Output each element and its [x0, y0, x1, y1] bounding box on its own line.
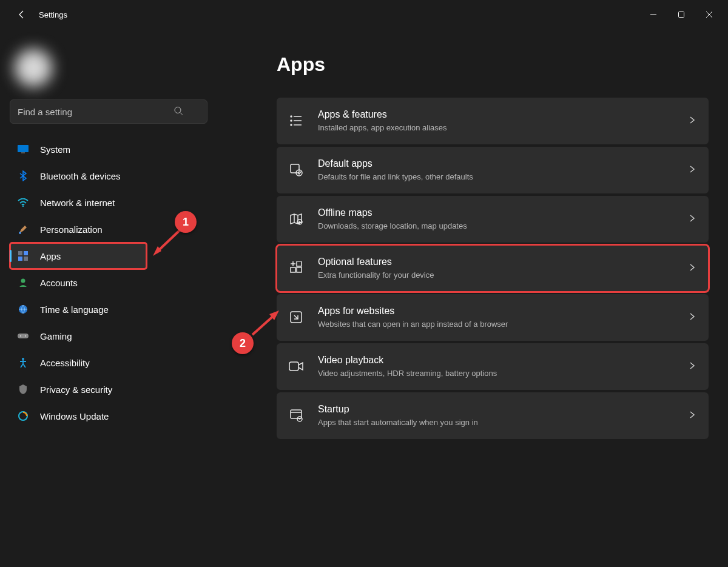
app-title: Settings [39, 10, 67, 19]
sidebar: System Bluetooth & devices Network & int… [0, 29, 218, 567]
card-desc: Video adjustments, HDR streaming, batter… [318, 368, 688, 379]
svg-rect-6 [18, 251, 22, 255]
svg-point-13 [20, 335, 21, 337]
map-icon [289, 212, 303, 226]
sidebar-item-accessibility[interactable]: Accessibility [10, 349, 209, 376]
card-title: Video playback [318, 354, 688, 367]
minimize-button[interactable] [639, 2, 667, 27]
svg-point-15 [22, 358, 24, 360]
card-desc: Apps that start automatically when you s… [318, 417, 688, 428]
card-desc: Websites that can open in an app instead… [318, 319, 688, 330]
list-icon [289, 113, 303, 128]
card-default-apps[interactable]: Default apps Defaults for file and link … [277, 147, 709, 193]
svg-rect-26 [297, 261, 302, 266]
chevron-right-icon [688, 263, 696, 273]
svg-rect-21 [291, 164, 299, 173]
card-title: Startup [318, 403, 688, 416]
startup-icon [289, 408, 303, 423]
chevron-right-icon [688, 411, 696, 421]
card-title: Offline maps [318, 207, 688, 220]
nav-list: System Bluetooth & devices Network & int… [10, 136, 209, 429]
avatar [15, 49, 52, 87]
card-apps-features[interactable]: Apps & features Installed apps, app exec… [277, 98, 709, 144]
card-list: Apps & features Installed apps, app exec… [277, 98, 709, 439]
svg-point-18 [291, 116, 292, 117]
apps-icon [17, 250, 29, 262]
display-icon [17, 143, 29, 155]
content-area: Apps Apps & features Installed apps, app… [218, 29, 728, 567]
user-profile[interactable] [10, 39, 209, 97]
sidebar-item-gaming[interactable]: Gaming [10, 323, 209, 349]
card-optional-features[interactable]: Optional features Extra functionality fo… [277, 245, 709, 292]
svg-rect-3 [21, 152, 25, 153]
svg-point-10 [21, 279, 25, 283]
chevron-right-icon [688, 116, 696, 126]
card-desc: Installed apps, app execution aliases [318, 122, 688, 133]
sidebar-item-accounts[interactable]: Accounts [10, 269, 209, 296]
person-icon [17, 277, 29, 289]
sidebar-item-apps[interactable]: Apps [10, 243, 147, 269]
title-bar: Settings [0, 0, 728, 29]
shield-icon [17, 383, 29, 395]
card-title: Default apps [318, 158, 688, 170]
sidebar-item-label: Accounts [40, 278, 78, 288]
svg-point-4 [22, 206, 24, 207]
website-app-icon [289, 310, 303, 324]
svg-rect-24 [291, 267, 295, 272]
sidebar-item-system[interactable]: System [10, 136, 209, 163]
sidebar-item-label: Time & language [40, 304, 109, 315]
card-offline-maps[interactable]: Offline maps Downloads, storage location… [277, 196, 709, 243]
feature-plus-icon [289, 261, 303, 275]
annotation-callout-2: 2 [232, 332, 254, 354]
sidebar-item-label: Privacy & security [40, 384, 112, 395]
svg-rect-7 [24, 251, 28, 255]
card-startup[interactable]: Startup Apps that start automatically wh… [277, 392, 709, 439]
default-app-icon [289, 163, 303, 177]
card-apps-for-websites[interactable]: Apps for websites Websites that can open… [277, 294, 709, 341]
svg-rect-9 [24, 257, 28, 261]
bluetooth-icon [17, 170, 29, 182]
close-button[interactable] [695, 2, 723, 27]
chevron-right-icon [688, 165, 696, 175]
svg-point-20 [291, 124, 292, 126]
card-desc: Downloads, storage location, map updates [318, 221, 688, 232]
sidebar-item-bluetooth[interactable]: Bluetooth & devices [10, 163, 209, 189]
sidebar-item-network[interactable]: Network & internet [10, 189, 209, 216]
brush-icon [17, 223, 29, 235]
gamepad-icon [17, 330, 29, 342]
chevron-right-icon [688, 214, 696, 224]
svg-rect-0 [679, 12, 684, 18]
maximize-button[interactable] [667, 2, 695, 27]
sidebar-item-label: Gaming [40, 331, 72, 341]
svg-rect-8 [18, 257, 22, 261]
annotation-callout-1: 1 [175, 211, 197, 233]
svg-rect-28 [289, 362, 298, 371]
video-icon [289, 359, 303, 374]
card-video-playback[interactable]: Video playback Video adjustments, HDR st… [277, 343, 709, 390]
wifi-icon [17, 196, 29, 209]
svg-rect-12 [18, 334, 29, 338]
sidebar-item-time-language[interactable]: Time & language [10, 296, 209, 323]
svg-rect-2 [18, 145, 29, 152]
back-button[interactable] [10, 2, 34, 27]
chevron-right-icon [688, 361, 696, 372]
svg-point-5 [19, 232, 21, 234]
search-input[interactable] [10, 99, 207, 124]
accessibility-icon [17, 357, 29, 369]
sidebar-item-label: Accessibility [40, 358, 90, 368]
card-title: Optional features [318, 256, 688, 269]
page-title: Apps [277, 53, 709, 76]
card-desc: Defaults for file and link types, other … [318, 172, 688, 183]
globe-clock-icon [17, 303, 29, 315]
svg-point-19 [291, 120, 292, 121]
sidebar-item-label: Apps [40, 251, 61, 261]
window-controls [639, 2, 723, 27]
sidebar-item-label: Personalization [40, 224, 103, 235]
sidebar-item-privacy-security[interactable]: Privacy & security [10, 376, 209, 403]
annotation-arrow-1 [149, 228, 186, 260]
svg-point-14 [25, 335, 26, 337]
search-box[interactable] [10, 99, 209, 124]
sidebar-item-windows-update[interactable]: Windows Update [10, 403, 209, 429]
svg-rect-29 [291, 410, 302, 418]
svg-rect-25 [297, 267, 302, 272]
